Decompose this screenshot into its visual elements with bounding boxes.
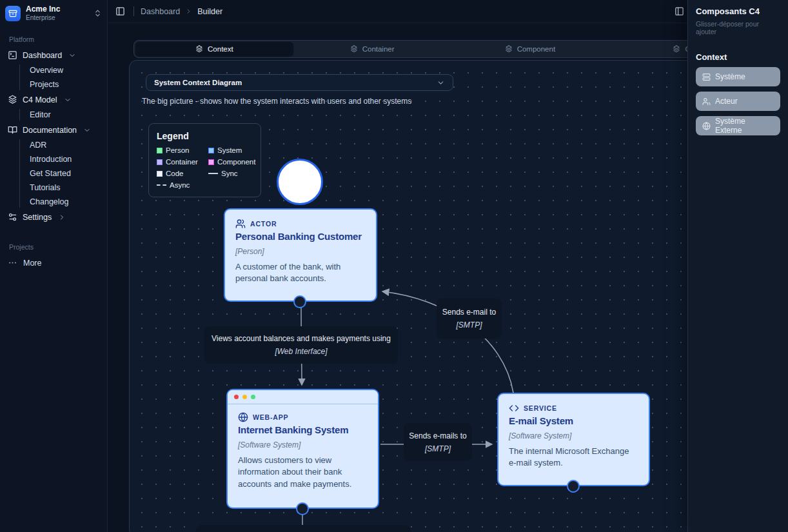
globe-icon [702,122,711,130]
palette-item-label: Système [715,72,745,81]
book-open-icon [8,125,17,135]
palette-item-label: Système Externe [715,117,774,135]
diagram-type-value: System Context Diagram [154,79,437,86]
edge-label-protocol: [Web Interface] [275,347,327,356]
topbar: Dashboard Builder [108,0,687,23]
sidebar-item-projects[interactable]: Projects [26,77,107,92]
org-switcher[interactable]: Acme Inc Enterprise [0,0,107,26]
legend-item-sync: Sync [208,170,255,177]
component-swatch [208,159,214,165]
square-terminal-icon [8,50,17,60]
edge-label-protocol: [SMTP] [425,444,451,453]
panel-subtitle: Glisser-déposer pour ajouter [696,20,780,35]
diagram-canvas[interactable]: System Context Diagram The big picture -… [129,60,780,532]
tab-label: Container [362,45,395,53]
node-personal-banking-customer[interactable]: ACTOR Personal Banking Customer [Person]… [224,208,377,302]
diagram-type-select[interactable]: System Context Diagram [146,74,453,91]
edge-label-protocol: [SMTP] [456,320,482,330]
person-swatch [157,148,163,153]
node-meta: [Person] [235,247,366,256]
sidebar-item-label: Settings [23,213,52,222]
sidebar-item-editor[interactable]: Editor [26,108,107,122]
sidebar-item-settings[interactable]: Settings [3,209,104,225]
node-internet-banking-system[interactable]: WEB-APP Internet Banking System [Softwar… [226,389,379,509]
actor-head-circle[interactable] [277,159,323,205]
chrome-dot-yellow [242,395,247,399]
more-label: More [23,259,41,268]
node-description: A customer of the bank, with personal ba… [235,261,366,285]
user-icon [702,97,711,106]
legend: Legend Person System Container Component… [148,123,261,197]
sidebar-item-documentation[interactable]: Documentation [3,122,104,138]
panel-left-toggle-icon[interactable] [113,5,127,18]
dashed-line-swatch [157,184,166,186]
sidebar-item-label: Dashboard [23,51,62,60]
layers-icon [8,95,17,104]
legend-item-container: Container [157,158,204,166]
chevron-right-icon [58,213,66,221]
c4-model-subnav: Editor [19,108,107,122]
code-swatch [157,171,163,177]
node-title: Internet Banking System [238,424,368,435]
sidebar-item-dashboard[interactable]: Dashboard [3,47,104,63]
chevron-down-icon [68,52,76,59]
webapp-bottom-handle[interactable] [296,502,309,515]
org-name: Acme Inc [26,5,88,14]
documentation-subnav: ADR Introduction Get Started Tutorials C… [19,138,107,209]
legend-item-person: Person [157,146,204,154]
node-email-system[interactable]: SERVICE E-mail System [Software System] … [497,393,650,486]
node-title: Personal Banking Customer [235,231,366,242]
server-icon [702,73,711,81]
browser-chrome [228,390,378,404]
app-root: Acme Inc Enterprise Platform Dashboard O… [0,0,788,532]
edge-label-text: Sends e-mail to [442,308,496,317]
sliders-icon [8,212,17,222]
sidebar-item-tutorials[interactable]: Tutorials [26,181,107,195]
legend-item-code: Code [157,170,204,177]
palette-item-label: Acteur [715,97,738,106]
chevron-down-icon [64,96,72,104]
edge-label-views-account[interactable]: Views account balances and makes payment… [204,326,398,364]
breadcrumb-dashboard[interactable]: Dashboard [141,7,180,16]
node-type-label: WEB-APP [253,413,288,421]
palette-item-systeme-externe[interactable]: Système Externe [696,116,780,135]
node-type-label: ACTOR [250,220,277,228]
legend-title: Legend [157,131,253,141]
actor-bottom-handle[interactable] [293,295,306,308]
palette-item-systeme[interactable]: Système [696,67,780,86]
sidebar-item-introduction[interactable]: Introduction [26,152,107,166]
sidebar-item-adr[interactable]: ADR [26,138,107,152]
tab-label: Context [208,45,233,53]
sidebar-item-overview[interactable]: Overview [26,63,107,77]
sidebar-item-label: C4 Model [23,95,57,104]
palette-item-acteur[interactable]: Acteur [696,92,780,111]
panel-right-toggle-icon[interactable] [673,5,685,17]
layers-icon [350,45,358,53]
layers-icon [673,45,680,53]
solid-line-swatch [208,173,218,174]
tab-component[interactable]: Component [451,42,609,56]
tab-container[interactable]: Container [293,42,451,56]
system-swatch [208,148,214,153]
edge-label-text: Sends e-mails to [409,431,466,440]
acme-logo-icon [5,6,21,21]
topbar-divider [133,6,134,16]
edge-label-sends-emails[interactable]: Sends e-mails to [SMTP] [404,423,472,461]
diagram-description: The big picture - shows how the system i… [142,97,411,106]
node-meta: [Software System] [509,431,638,440]
edge-label-sends-email[interactable]: Sends e-mail to [SMTP] [437,299,502,339]
sidebar-item-label: Documentation [23,126,77,135]
chevron-down-icon [83,126,91,134]
service-bottom-handle[interactable] [567,480,580,493]
sidebar-item-get-started[interactable]: Get Started [26,166,107,181]
sidebar-item-changelog[interactable]: Changelog [26,195,107,209]
node-title: E-mail System [509,415,638,426]
panel-title: Composants C4 [696,6,780,16]
sidebar-item-c4-model[interactable]: C4 Model [3,92,104,108]
platform-section-label: Platform [0,26,107,47]
dashboard-subnav: Overview Projects [19,63,107,92]
sidebar-item-more[interactable]: More [3,255,104,271]
edge-label-partial[interactable] [195,525,411,532]
tab-context[interactable]: Context [135,42,293,56]
layers-icon [505,45,513,53]
